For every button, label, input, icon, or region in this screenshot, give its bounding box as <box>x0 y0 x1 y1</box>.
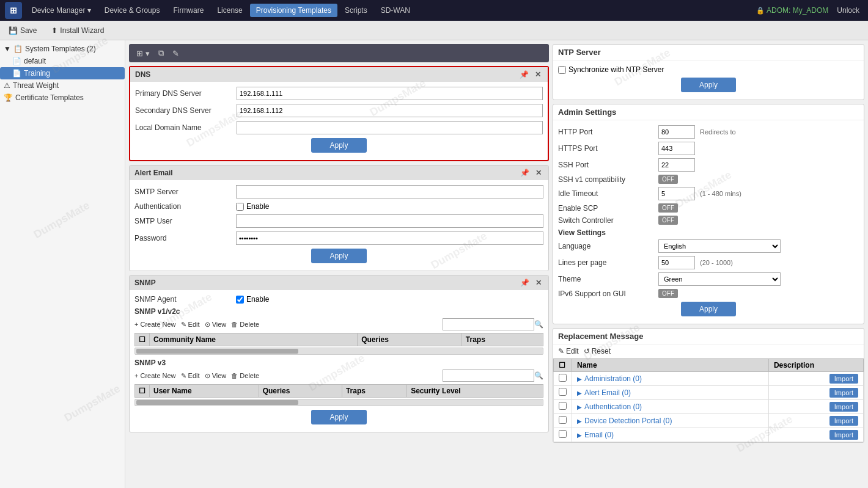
https-port-input[interactable] <box>658 142 695 155</box>
snmp-v3-scrollbar[interactable] <box>134 399 543 406</box>
rm-import-button[interactable]: Import <box>829 388 858 398</box>
ntp-sync-input[interactable] <box>558 66 566 74</box>
snmp-v3-username-header: User Name <box>150 385 259 398</box>
rm-row-check[interactable] <box>554 428 572 442</box>
ssh-port-input[interactable] <box>658 158 695 172</box>
rm-row-check[interactable] <box>554 386 572 400</box>
sidebar-item-system-templates[interactable]: ▼ 📋 System Templates (2) <box>0 43 125 55</box>
switch-controller-toggle[interactable]: OFF <box>658 216 678 225</box>
ipv6-toggle[interactable]: OFF <box>658 289 678 298</box>
auth-checkbox[interactable] <box>236 203 244 211</box>
nav-scripts[interactable]: Scripts <box>339 4 373 17</box>
primary-dns-input[interactable] <box>237 87 543 100</box>
lines-per-page-input[interactable] <box>658 256 695 269</box>
snmp-v3-delete-button[interactable]: 🗑 Delete <box>231 372 259 379</box>
rm-row-label[interactable]: Alert Email (0) <box>584 388 631 397</box>
app-logo[interactable]: ⊞ <box>5 2 22 19</box>
dns-title: DNS <box>135 70 150 79</box>
rm-import-button[interactable]: Import <box>829 430 858 440</box>
rm-row-name[interactable]: ▶ Administration (0) <box>572 372 769 386</box>
ssh-v1-toggle[interactable]: OFF <box>658 175 678 184</box>
grid-view-button[interactable]: ⊞ ▾ <box>134 48 152 59</box>
nav-firmware[interactable]: Firmware <box>167 4 210 17</box>
snmp-close-icon[interactable]: ✕ <box>534 278 543 288</box>
rm-row-label[interactable]: Authentication (0) <box>584 402 642 411</box>
snmp-v1v2-scrollbar[interactable] <box>134 348 543 355</box>
snmp-v1v2-create-button[interactable]: + Create New <box>134 321 176 328</box>
local-domain-input[interactable] <box>237 121 543 134</box>
snmp-v3-search-icon[interactable]: 🔍 <box>534 371 543 380</box>
ntp-sync-checkbox[interactable]: Synchronize with NTP Server <box>558 65 664 74</box>
sidebar-item-certificate-templates[interactable]: 🏆 Certificate Templates <box>0 92 125 104</box>
rm-row-label[interactable]: Device Detection Portal (0) <box>584 417 672 425</box>
nav-device-groups[interactable]: Device & Groups <box>98 4 166 17</box>
nav-provisioning-templates[interactable]: Provisioning Templates <box>250 4 337 17</box>
copy-button[interactable]: ⧉ <box>156 47 166 59</box>
password-input[interactable] <box>236 231 543 245</box>
rm-reset-button[interactable]: ↺ Reset <box>584 347 611 355</box>
alert-email-pin-icon[interactable]: 📌 <box>518 168 531 178</box>
snmp-v3-edit-button[interactable]: ✎ Edit <box>181 372 200 380</box>
rm-row-name[interactable]: ▶ Alert Email (0) <box>572 386 769 400</box>
rm-table-row: ▶ Authentication (0) Import <box>554 400 864 414</box>
nav-sd-wan[interactable]: SD-WAN <box>375 4 416 17</box>
panels-column: ⊞ ▾ ⧉ ✎ DNS 📌 ✕ Primary DNS Server <box>129 44 549 484</box>
theme-select[interactable]: Green <box>658 272 781 286</box>
admin-apply-button[interactable]: Apply <box>681 302 736 316</box>
sidebar-item-training[interactable]: 📄 Training <box>0 67 125 79</box>
snmp-v1v2-edit-button[interactable]: ✎ Edit <box>181 321 200 329</box>
rm-import-button[interactable]: Import <box>829 416 858 426</box>
alert-email-body: SMTP Server Authentication Enable SMTP U… <box>130 180 548 271</box>
dns-pin-icon[interactable]: 📌 <box>518 70 531 79</box>
snmp-agent-checkbox[interactable]: Enable <box>236 295 269 304</box>
language-select[interactable]: English <box>658 239 781 253</box>
save-button[interactable]: 💾 Save <box>5 24 40 37</box>
rm-row-desc: Import <box>768 400 863 414</box>
auth-enable-checkbox[interactable]: Enable <box>236 202 269 211</box>
snmp-v3-search-input[interactable] <box>443 370 534 382</box>
rm-row-desc: Import <box>768 386 863 400</box>
snmp-v3-create-button[interactable]: + Create New <box>134 372 176 379</box>
rm-import-button[interactable]: Import <box>829 402 858 412</box>
snmp-v1v2-view-button[interactable]: ⊙ View <box>205 321 227 329</box>
snmp-v1v2-table: ☐ Community Name Queries Traps <box>134 333 543 346</box>
rm-row-check[interactable] <box>554 414 572 428</box>
ntp-apply-button[interactable]: Apply <box>681 78 736 92</box>
snmp-enable-checkbox[interactable] <box>236 296 244 304</box>
nav-device-manager[interactable]: Device Manager ▾ <box>26 4 97 17</box>
unlock-button[interactable]: Unlock <box>833 5 863 16</box>
nav-license[interactable]: License <box>211 4 248 17</box>
snmp-pin-icon[interactable]: 📌 <box>518 278 531 288</box>
rm-row-label[interactable]: Administration (0) <box>584 374 642 383</box>
rm-row-name[interactable]: ▶ Authentication (0) <box>572 400 769 414</box>
snmp-v3-view-button[interactable]: ⊙ View <box>205 372 227 380</box>
edit-button[interactable]: ✎ <box>170 48 182 59</box>
install-wizard-button[interactable]: ⬆ Install Wizard <box>48 24 108 37</box>
rm-row-name[interactable]: ▶ Email (0) <box>572 428 769 442</box>
rm-name-header: Name <box>572 359 769 372</box>
alert-email-close-icon[interactable]: ✕ <box>534 168 543 178</box>
sidebar-item-threat-weight[interactable]: ⚠ Threat Weight <box>0 79 125 92</box>
sidebar-item-default[interactable]: 📄 default <box>0 55 125 67</box>
alert-email-apply-button[interactable]: Apply <box>311 249 366 263</box>
snmp-v3-queries-header: Queries <box>259 385 342 398</box>
rm-row-label[interactable]: Email (0) <box>584 431 614 439</box>
rm-row-name[interactable]: ▶ Device Detection Portal (0) <box>572 414 769 428</box>
rm-import-button[interactable]: Import <box>829 374 858 384</box>
dns-apply-button[interactable]: Apply <box>311 138 366 153</box>
dns-close-icon[interactable]: ✕ <box>533 70 543 79</box>
rm-row-check[interactable] <box>554 372 572 386</box>
snmp-v1v2-search: 🔍 <box>443 318 543 330</box>
http-port-input[interactable] <box>658 125 695 139</box>
snmp-apply-button[interactable]: Apply <box>311 410 366 424</box>
idle-timeout-input[interactable] <box>658 187 695 200</box>
smtp-user-input[interactable] <box>236 214 543 228</box>
snmp-v1v2-search-icon[interactable]: 🔍 <box>534 320 543 329</box>
snmp-v1v2-search-input[interactable] <box>443 318 534 330</box>
rm-row-check[interactable] <box>554 400 572 414</box>
snmp-v1v2-delete-button[interactable]: 🗑 Delete <box>231 321 259 328</box>
secondary-dns-input[interactable] <box>237 104 543 117</box>
rm-edit-button[interactable]: ✎ Edit <box>558 347 579 355</box>
enable-scp-toggle[interactable]: OFF <box>658 203 678 213</box>
smtp-server-input[interactable] <box>236 185 543 198</box>
